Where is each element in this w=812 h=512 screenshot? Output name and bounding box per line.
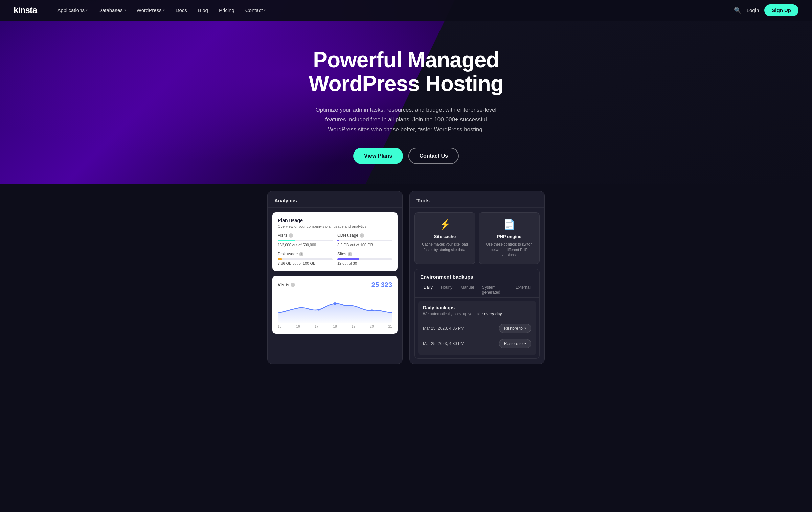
plan-usage-title: Plan usage [278, 218, 392, 223]
backups-inner: Daily backups We automatically back up y… [418, 301, 536, 355]
visits-chart-card: Visits i 25 323 [272, 276, 398, 334]
svg-point-2 [370, 309, 373, 311]
disk-bar-fill [278, 258, 282, 260]
tab-hourly[interactable]: Hourly [437, 283, 456, 297]
backups-card: Environment backups Daily Hourly Manual … [414, 269, 540, 359]
svg-point-0 [333, 302, 337, 305]
cdn-bar-fill [337, 240, 339, 241]
contact-chevron-icon: ▾ [264, 8, 266, 12]
tab-external[interactable]: External [512, 283, 534, 297]
tool-site-cache[interactable]: ⚡ Site cache Cache makes your site load … [414, 212, 475, 264]
nav-actions: 🔍 Login Sign Up [734, 4, 798, 16]
visits-count: 25 323 [371, 281, 392, 289]
usage-sites: Sites i 12 out of 30 [337, 252, 392, 265]
restore-button-1[interactable]: Restore to ▾ [499, 339, 531, 348]
tools-header: Tools [410, 191, 544, 208]
backups-title: Environment backups [415, 269, 539, 283]
signup-button[interactable]: Sign Up [764, 4, 798, 16]
nav-logo: kinsta [14, 5, 37, 16]
analytics-header: Analytics [268, 191, 402, 208]
databases-chevron-icon: ▾ [124, 8, 126, 12]
nav-applications[interactable]: Applications ▾ [53, 5, 92, 15]
usage-grid: Visits i 162,000 out of 500,000 CDN usag… [278, 233, 392, 265]
php-engine-desc: Use these controls to switch between dif… [484, 242, 535, 257]
search-icon[interactable]: 🔍 [734, 7, 741, 14]
tools-grid: ⚡ Site cache Cache makes your site load … [410, 208, 544, 269]
restore-button-0[interactable]: Restore to ▾ [499, 324, 531, 333]
restore-chevron-icon-0: ▾ [524, 326, 526, 330]
contact-us-button[interactable]: Contact Us [408, 148, 458, 164]
nav-docs[interactable]: Docs [172, 5, 191, 15]
dashboard-section: Analytics Plan usage Overview of your co… [0, 184, 812, 384]
applications-chevron-icon: ▾ [86, 8, 88, 12]
nav-wordpress[interactable]: WordPress ▾ [133, 5, 169, 15]
visits-chart-info-icon[interactable]: i [291, 283, 295, 287]
hero-content: Powerful Managed WordPress Hosting Optim… [288, 21, 524, 184]
sites-bar-fill [337, 258, 359, 260]
tool-php-engine[interactable]: 📄 PHP engine Use these controls to switc… [479, 212, 540, 264]
backup-row-0: Mar 25, 2023, 4:36 PM Restore to ▾ [423, 321, 531, 336]
login-button[interactable]: Login [747, 7, 759, 13]
svg-point-1 [317, 309, 320, 311]
plan-usage-subtitle: Overview of your company's plan usage an… [278, 224, 392, 228]
visits-label: Visits i [278, 282, 295, 287]
nav-links: Applications ▾ Databases ▾ WordPress ▾ D… [53, 5, 734, 15]
cdn-bar-bg [337, 240, 392, 241]
plan-usage-card: Plan usage Overview of your company's pl… [272, 212, 398, 271]
nav-pricing[interactable]: Pricing [215, 5, 239, 15]
backups-inner-title: Daily backups [423, 305, 531, 310]
site-cache-name: Site cache [434, 234, 456, 239]
tab-daily[interactable]: Daily [420, 283, 436, 297]
hero-title: Powerful Managed WordPress Hosting [301, 48, 511, 96]
tab-manual[interactable]: Manual [457, 283, 477, 297]
disk-value: 7.86 GB out of 100 GB [278, 261, 333, 265]
visits-chart-svg [278, 293, 392, 323]
backup-date-1: Mar 25, 2023, 4:30 PM [423, 341, 464, 346]
php-engine-name: PHP engine [497, 234, 521, 239]
visits-value: 162,000 out of 500,000 [278, 243, 333, 247]
backup-date-0: Mar 25, 2023, 4:36 PM [423, 326, 464, 331]
hero-section: Powerful Managed WordPress Hosting Optim… [0, 0, 812, 184]
analytics-card: Analytics Plan usage Overview of your co… [267, 191, 403, 364]
visits-bar-fill [278, 240, 295, 241]
backups-tabs: Daily Hourly Manual System generated Ext… [415, 283, 539, 298]
dashboard-cards: Analytics Plan usage Overview of your co… [257, 191, 555, 364]
php-engine-icon: 📄 [503, 219, 515, 230]
backup-row-1: Mar 25, 2023, 4:30 PM Restore to ▾ [423, 336, 531, 351]
chart-labels: 15 16 17 18 19 20 21 [278, 323, 392, 328]
hero-buttons: View Plans Contact Us [301, 148, 511, 164]
wordpress-chevron-icon: ▾ [163, 8, 165, 12]
navbar: kinsta Applications ▾ Databases ▾ WordPr… [0, 0, 812, 21]
site-cache-desc: Cache makes your site load faster by sto… [420, 242, 470, 252]
backups-inner-desc: We automatically back up your site every… [423, 312, 531, 316]
visits-bar-bg [278, 240, 333, 241]
restore-chevron-icon-1: ▾ [524, 342, 526, 345]
sites-bar-bg [337, 258, 392, 260]
visits-header: Visits i 25 323 [278, 281, 392, 289]
nav-databases[interactable]: Databases ▾ [94, 5, 130, 15]
nav-contact[interactable]: Contact ▾ [241, 5, 270, 15]
view-plans-button[interactable]: View Plans [353, 148, 403, 164]
hero-subtitle: Optimize your admin tasks, resources, an… [311, 105, 501, 135]
usage-disk: Disk usage i 7.86 GB out of 100 GB [278, 252, 333, 265]
nav-blog[interactable]: Blog [194, 5, 212, 15]
sites-info-icon[interactable]: i [348, 252, 352, 256]
site-cache-icon: ⚡ [439, 219, 451, 230]
cdn-value: 3.5 GB out of 100 GB [337, 243, 392, 247]
cdn-info-icon[interactable]: i [360, 233, 364, 238]
tools-card: Tools ⚡ Site cache Cache makes your site… [409, 191, 545, 364]
usage-visits: Visits i 162,000 out of 500,000 [278, 233, 333, 247]
visits-info-icon[interactable]: i [289, 233, 293, 238]
visits-chart-area [278, 293, 392, 323]
usage-cdn: CDN usage i 3.5 GB out of 100 GB [337, 233, 392, 247]
disk-info-icon[interactable]: i [299, 252, 303, 256]
tab-system-generated[interactable]: System generated [479, 283, 511, 297]
disk-bar-bg [278, 258, 333, 260]
sites-value: 12 out of 30 [337, 261, 392, 265]
